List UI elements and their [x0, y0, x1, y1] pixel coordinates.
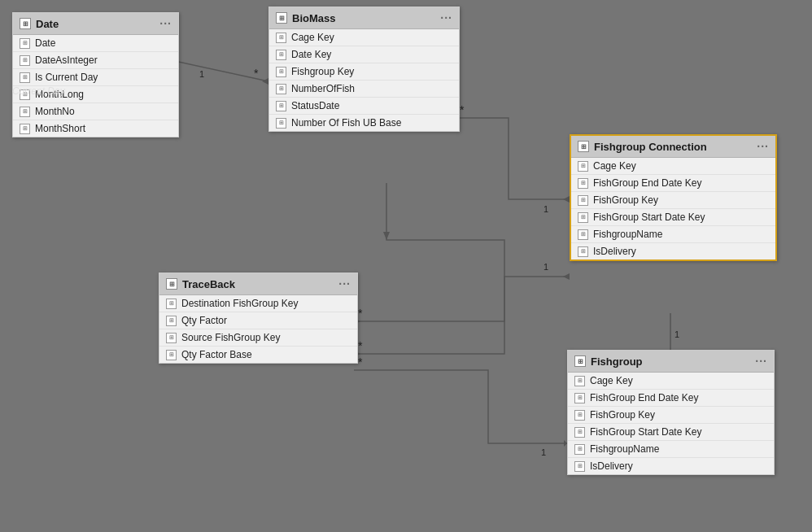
traceback-table-dots[interactable]: ··· — [338, 277, 351, 290]
fishgroup-connection-table-title: Fishgroup Connection — [594, 141, 707, 153]
current-day-label: Current Day — [12, 85, 65, 97]
fc-field-cagekey: ⊞ Cage Key — [571, 158, 775, 175]
fishgroup-connection-table-dots[interactable]: ··· — [757, 140, 769, 153]
svg-text:1: 1 — [541, 447, 546, 457]
fg-field-fishgroupkey: ⊞ FishGroup Key — [568, 407, 774, 424]
biomass-table-header: ⊞ BioMass ··· — [269, 7, 459, 29]
traceback-field-qtyfactorbase: ⊞ Qty Factor Base — [159, 347, 357, 363]
svg-line-0 — [175, 61, 268, 81]
fc-field-fishgroupenddatekey: ⊞ FishGroup End Date Key — [571, 175, 775, 192]
biomass-field-fishgroupkey: ⊞ Fishgroup Key — [269, 63, 459, 81]
fishgroup-connection-table-icon: ⊞ — [578, 141, 589, 152]
svg-text:*: * — [358, 355, 363, 368]
traceback-table-header: ⊞ TraceBack ··· — [159, 273, 357, 295]
svg-text:1: 1 — [544, 204, 548, 214]
fg-field-fishgroupenddatekey: ⊞ FishGroup End Date Key — [568, 390, 774, 407]
date-field-monthno: ⊞ MonthNo — [13, 103, 178, 120]
biomass-field-datekey: ⊞ Date Key — [269, 46, 459, 63]
svg-marker-1 — [262, 78, 268, 85]
svg-marker-11 — [563, 273, 570, 280]
fg-field-fishgroupstartdatekey: ⊞ FishGroup Start Date Key — [568, 424, 774, 441]
biomass-field-statusdate: ⊞ StatusDate — [269, 98, 459, 115]
svg-text:*: * — [358, 339, 363, 352]
svg-marker-4 — [563, 196, 570, 203]
biomass-table-icon: ⊞ — [276, 12, 287, 24]
biomass-field-numberoffish: ⊞ NumberOfFish — [269, 81, 459, 98]
date-table-header: ⊞ Date ··· — [13, 13, 178, 35]
fishgroup-table-dots[interactable]: ··· — [755, 355, 767, 368]
fc-field-fishgroupstartdatekey: ⊞ FishGroup Start Date Key — [571, 209, 775, 226]
date-table-dots[interactable]: ··· — [159, 17, 172, 30]
biomass-field-numberoffishubbase: ⊞ Number Of Fish UB Base — [269, 115, 459, 131]
date-field-monthshort: ⊞ MonthShort — [13, 120, 178, 137]
traceback-table-icon: ⊞ — [166, 278, 177, 290]
svg-text:1: 1 — [674, 329, 679, 339]
biomass-table-title: BioMass — [292, 12, 335, 24]
fishgroup-connection-table-header: ⊞ Fishgroup Connection ··· — [571, 136, 775, 158]
biomass-field-cagekey: ⊞ Cage Key — [269, 29, 459, 46]
date-field-dateasinteger: ⊞ DateAsInteger — [13, 52, 178, 69]
fishgroup-table-icon: ⊞ — [574, 355, 586, 367]
traceback-field-qtyfactor: ⊞ Qty Factor — [159, 312, 357, 329]
fc-field-isdelivery: ⊞ IsDelivery — [571, 243, 775, 259]
svg-marker-7 — [383, 232, 390, 240]
date-table-icon: ⊞ — [20, 18, 31, 29]
fishgroup-table: ⊞ Fishgroup ··· ⊞ Cage Key ⊞ FishGroup E… — [567, 350, 775, 475]
fc-field-fishgroupname: ⊞ FishgroupName — [571, 226, 775, 243]
svg-text:*: * — [254, 67, 259, 80]
biomass-table-dots[interactable]: ··· — [440, 11, 452, 24]
date-table: ⊞ Date ··· ⊞ Date ⊞ DateAsInteger ⊞ Is C… — [12, 12, 179, 137]
fg-field-cagekey: ⊞ Cage Key — [568, 373, 774, 390]
fg-field-fishgroupname: ⊞ FishgroupName — [568, 441, 774, 458]
svg-text:1: 1 — [199, 69, 204, 79]
svg-text:1: 1 — [544, 262, 548, 272]
biomass-table: ⊞ BioMass ··· ⊞ Cage Key ⊞ Date Key ⊞ Fi… — [268, 7, 460, 132]
fishgroup-connection-table: ⊞ Fishgroup Connection ··· ⊞ Cage Key ⊞ … — [570, 134, 777, 261]
svg-text:*: * — [460, 103, 465, 116]
traceback-field-destfishgroupkey: ⊞ Destination FishGroup Key — [159, 295, 357, 312]
traceback-field-sourcefishgroupkey: ⊞ Source FishGroup Key — [159, 329, 357, 347]
fishgroup-table-header: ⊞ Fishgroup ··· — [568, 351, 774, 373]
date-table-title: Date — [36, 18, 59, 30]
date-field-iscurrentday: ⊞ Is Current Day — [13, 69, 178, 86]
svg-text:*: * — [358, 307, 363, 320]
fc-field-fishgroupkey: ⊞ FishGroup Key — [571, 192, 775, 209]
traceback-table-title: TraceBack — [182, 278, 235, 290]
fg-field-isdelivery: ⊞ IsDelivery — [568, 458, 774, 474]
fishgroup-table-title: Fishgroup — [591, 355, 643, 368]
date-field-date: ⊞ Date — [13, 35, 178, 52]
traceback-table: ⊞ TraceBack ··· ⊞ Destination FishGroup … — [159, 273, 358, 364]
